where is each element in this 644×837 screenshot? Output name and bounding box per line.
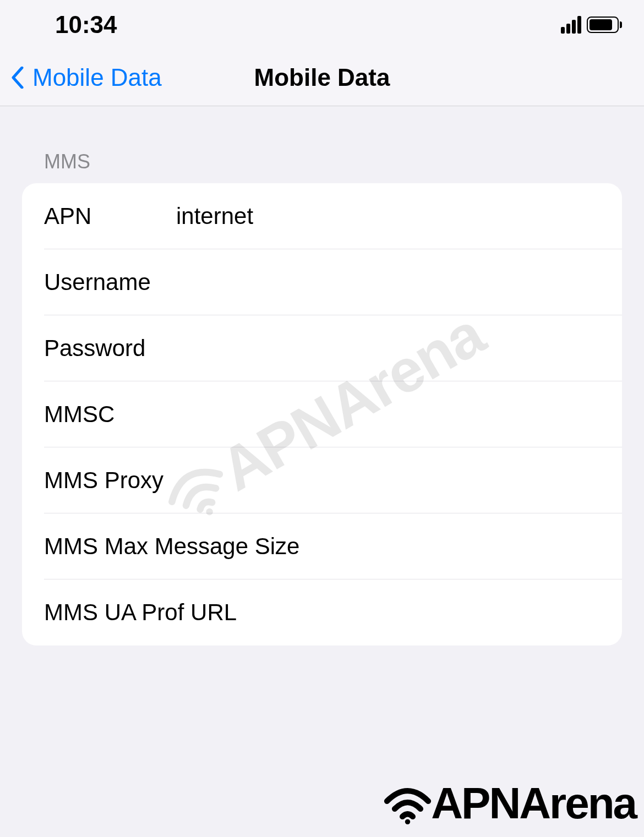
status-indicators bbox=[561, 16, 622, 34]
apn-label: APN bbox=[44, 203, 176, 229]
back-button[interactable]: Mobile Data bbox=[11, 64, 162, 91]
content-area: MMS APN Username Password MMSC MMS Proxy bbox=[0, 106, 644, 645]
cellular-signal-icon bbox=[561, 16, 581, 34]
wifi-icon bbox=[381, 783, 434, 824]
username-row[interactable]: Username bbox=[22, 249, 622, 315]
status-bar: 10:34 bbox=[0, 0, 644, 50]
apn-input[interactable] bbox=[176, 203, 600, 229]
back-label: Mobile Data bbox=[32, 64, 162, 91]
password-input[interactable] bbox=[176, 335, 600, 362]
username-label: Username bbox=[44, 269, 176, 296]
mmsc-row[interactable]: MMSC bbox=[22, 381, 622, 447]
password-label: Password bbox=[44, 335, 176, 362]
battery-icon bbox=[587, 17, 622, 33]
status-time: 10:34 bbox=[55, 11, 117, 39]
mms-ua-prof-row[interactable]: MMS UA Prof URL bbox=[22, 579, 622, 645]
mms-proxy-row[interactable]: MMS Proxy bbox=[22, 447, 622, 513]
mms-proxy-label: MMS Proxy bbox=[44, 467, 600, 494]
mmsc-label: MMSC bbox=[44, 401, 176, 428]
mms-max-size-label: MMS Max Message Size bbox=[44, 533, 600, 560]
brand-text: APNArena bbox=[431, 778, 636, 829]
navigation-bar: Mobile Data Mobile Data bbox=[0, 50, 644, 106]
page-title: Mobile Data bbox=[254, 64, 390, 91]
mmsc-input[interactable] bbox=[176, 401, 600, 428]
section-header-mms: MMS bbox=[44, 150, 622, 173]
username-input[interactable] bbox=[176, 269, 600, 296]
svg-point-1 bbox=[405, 819, 410, 824]
chevron-left-icon bbox=[11, 67, 24, 89]
mms-max-size-row[interactable]: MMS Max Message Size bbox=[22, 513, 622, 579]
brand-logo: APNArena bbox=[381, 778, 636, 829]
password-row[interactable]: Password bbox=[22, 315, 622, 381]
apn-row[interactable]: APN bbox=[22, 183, 622, 249]
mms-settings-group: APN Username Password MMSC MMS Proxy MMS… bbox=[22, 183, 622, 645]
mms-ua-prof-label: MMS UA Prof URL bbox=[44, 599, 600, 626]
